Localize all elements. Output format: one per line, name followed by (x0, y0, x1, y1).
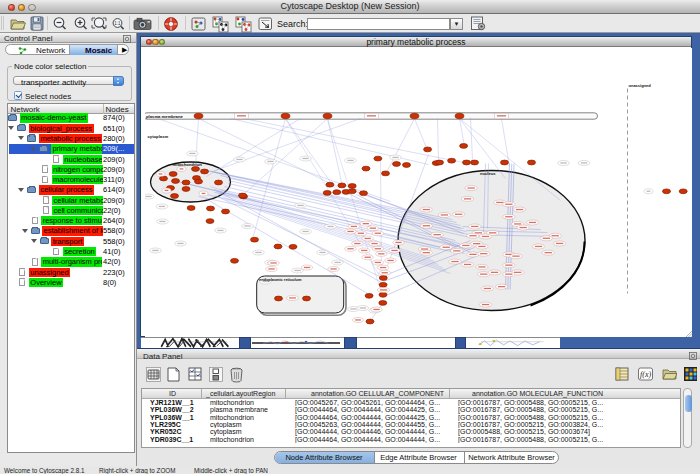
svg-text:plasma membrane: plasma membrane (146, 114, 183, 119)
svg-text:unassigned: unassigned (628, 82, 651, 87)
svg-text:nucleus: nucleus (480, 170, 496, 175)
svg-text:mitochondrion: mitochondrion (172, 161, 202, 166)
svg-text:f(x): f(x) (640, 370, 651, 379)
svg-text:endoplasmic reticulum: endoplasmic reticulum (259, 277, 302, 282)
svg-text:1:1: 1:1 (114, 21, 121, 26)
svg-text:cytoplasm: cytoplasm (147, 134, 168, 139)
